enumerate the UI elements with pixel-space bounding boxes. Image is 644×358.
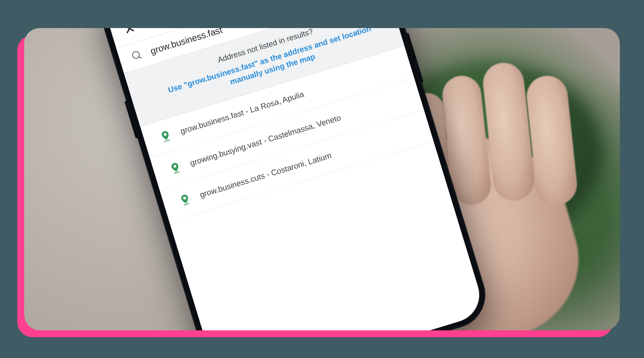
address-search-screen: Address search grow.business.fast Addres… (101, 28, 486, 330)
close-icon[interactable] (123, 28, 136, 35)
search-icon (131, 49, 143, 61)
phone-mockup: Address search grow.business.fast Addres… (93, 28, 494, 330)
svg-rect-1 (174, 171, 180, 174)
promo-card: Address search grow.business.fast Addres… (24, 28, 620, 330)
card-photo: Address search grow.business.fast Addres… (24, 28, 620, 330)
svg-rect-0 (164, 139, 170, 142)
pin-icon (170, 162, 181, 174)
pin-icon (160, 130, 171, 142)
pin-icon (180, 193, 191, 206)
svg-rect-2 (183, 203, 189, 205)
